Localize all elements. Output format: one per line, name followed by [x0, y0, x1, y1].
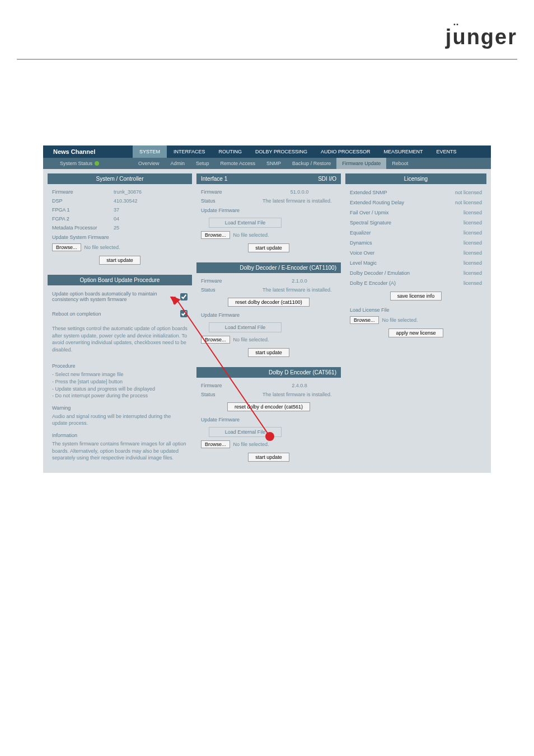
start-update-button[interactable]: start update [248, 348, 289, 357]
status-value: The latest firmware is installed. [263, 287, 336, 293]
license-row: Extended SNMPnot licensed [350, 187, 482, 198]
fpga1-label: FPGA 1 [52, 207, 114, 213]
start-update-button[interactable]: start update [248, 453, 289, 462]
tab-system[interactable]: SYSTEM [133, 145, 167, 158]
fpga1-value: 37 [114, 207, 188, 213]
status-label: Status [201, 287, 263, 293]
start-update-button[interactable]: start update [99, 256, 140, 265]
meta-label: Metadata Processor [52, 225, 114, 231]
license-name: Extended Routing Delay [350, 200, 455, 205]
meta-value: 25 [114, 225, 188, 231]
license-name: Dolby E Encoder (A) [350, 280, 463, 286]
panel-title: System / Controller [52, 176, 188, 182]
license-state: licensed [463, 240, 482, 246]
status-value: The latest firmware is installed. [263, 198, 336, 204]
no-file-label: No file selected. [233, 232, 269, 238]
license-row: Dolby E Encoder (A)licensed [350, 278, 482, 288]
reboot-checkbox[interactable] [180, 310, 188, 317]
tab-events[interactable]: EVENTS [429, 145, 463, 158]
tab-audio-processor[interactable]: AUDIO PROCESSOR [314, 145, 377, 158]
auto-update-checkbox[interactable] [180, 293, 188, 300]
license-state: licensed [463, 220, 482, 226]
divider [17, 59, 517, 60]
procedure-text: - Select new firmware image file - Press… [52, 369, 188, 401]
fpga2-label: FGPA 2 [52, 216, 114, 222]
start-update-button[interactable]: start update [248, 243, 289, 252]
save-license-info-button[interactable]: save license info [390, 292, 442, 300]
subtab-overview[interactable]: Overview [133, 158, 165, 169]
content-area: System / Controller Firmwaretrunk_30876 … [43, 169, 491, 473]
license-state: licensed [463, 280, 482, 286]
license-name: Spectral Signature [350, 220, 463, 226]
license-row: Voice Overlicensed [350, 248, 482, 258]
subtab-reboot[interactable]: Reboot [386, 158, 414, 169]
license-row: Dynamicslicensed [350, 238, 482, 248]
license-name: Dolby Decoder / Emulation [350, 270, 463, 276]
firmware-value: trunk_30876 [114, 189, 188, 195]
info-text: The system firmware contains firmware im… [52, 438, 188, 464]
update-system-firmware-link[interactable]: Update System Firmware [52, 232, 188, 242]
subtab-admin[interactable]: Admin [165, 158, 191, 169]
tab-interfaces[interactable]: INTERFACES [167, 145, 212, 158]
sub-tab-bar: System Status Overview Admin Setup Remot… [43, 158, 491, 169]
reset-dolby-d-encoder-button[interactable]: reset dolby d encoder (cat561) [227, 402, 310, 411]
update-firmware-link[interactable]: Update Firmware [201, 415, 336, 425]
update-firmware-link[interactable]: Update Firmware [201, 310, 336, 320]
tab-measurement[interactable]: MEASUREMENT [377, 145, 429, 158]
license-state: not licensed [455, 200, 482, 205]
browse-button[interactable]: Browse... [201, 336, 230, 344]
status-label: Status [201, 392, 263, 397]
status-label: Status [201, 198, 263, 204]
license-state: licensed [463, 230, 482, 236]
apply-new-license-button[interactable]: apply new license [388, 328, 443, 337]
browse-button[interactable]: Browse... [201, 231, 230, 239]
firmware-value: 2.4.0.8 [263, 383, 336, 388]
option-board-panel: Option Board Update Procedure Update opt… [48, 275, 192, 359]
license-row: Spectral Signaturelicensed [350, 218, 482, 228]
subtab-remote-access[interactable]: Remote Access [215, 158, 261, 169]
system-controller-panel: System / Controller Firmwaretrunk_30876 … [48, 173, 192, 271]
subtab-firmware-update[interactable]: Firmware Update [336, 158, 386, 169]
browse-button[interactable]: Browse... [201, 440, 230, 448]
license-row: Fail Over / Upmixlicensed [350, 208, 482, 218]
status-dot-icon [95, 161, 99, 166]
procedure-title: Procedure [52, 363, 188, 369]
browse-button[interactable]: Browse... [52, 243, 81, 251]
update-firmware-link[interactable]: Update Firmware [201, 205, 336, 215]
subtab-snmp[interactable]: SNMP [261, 158, 287, 169]
reset-dolby-decoder-button[interactable]: reset dolby decoder (cat1100) [228, 298, 310, 307]
no-file-label: No file selected. [233, 442, 269, 447]
tab-dolby-processing[interactable]: DOLBY PROCESSING [249, 145, 314, 158]
option-note: These settings control the automatic upd… [52, 323, 188, 355]
info-title: Information [52, 433, 188, 438]
load-license-file-label: Load License File [350, 305, 482, 315]
subtab-setup[interactable]: Setup [190, 158, 215, 169]
panel-title: Option Board Update Procedure [52, 277, 188, 283]
auto-update-label: Update option boards automatically to ma… [52, 291, 180, 302]
firmware-value: 2.1.0.0 [263, 278, 336, 284]
firmware-label: Firmware [201, 189, 263, 195]
no-file-label: No file selected. [382, 317, 418, 323]
panel-title: Dolby Decoder / E-Encoder (CAT1100) [201, 265, 336, 271]
app-window: News Channel SYSTEM INTERFACES ROUTING D… [43, 145, 491, 473]
dsp-value: 410.30542 [114, 198, 188, 204]
firmware-label: Firmware [201, 278, 263, 284]
browse-button[interactable]: Browse... [350, 316, 379, 324]
status-value: The latest firmware is installed. [263, 392, 336, 397]
license-state: not licensed [455, 190, 482, 195]
firmware-value: 51.0.0.0 [263, 189, 336, 195]
panel-title: Dolby D Encoder (CAT561) [201, 369, 336, 375]
no-file-label: No file selected. [85, 245, 120, 250]
license-name: Voice Over [350, 250, 463, 256]
license-row: Extended Routing Delaynot licensed [350, 198, 482, 208]
license-row: Equalizerlicensed [350, 228, 482, 238]
panel-title: Licensing [350, 176, 482, 182]
license-state: licensed [463, 250, 482, 256]
load-external-file-label: Load External File [209, 218, 282, 228]
status-label: System Status [60, 161, 92, 166]
warning-text: Audio and signal routing will be interru… [52, 411, 188, 429]
license-state: licensed [463, 210, 482, 215]
load-external-file-label: Load External File [209, 427, 282, 437]
tab-routing[interactable]: ROUTING [212, 145, 249, 158]
subtab-backup-restore[interactable]: Backup / Restore [287, 158, 336, 169]
